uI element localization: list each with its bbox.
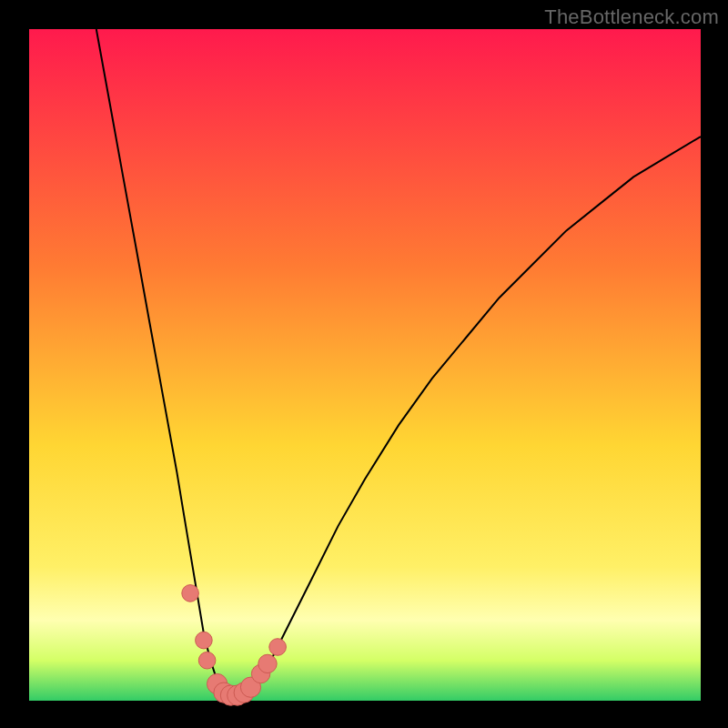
chart-container: TheBottleneck.com [0, 0, 728, 728]
curve-marker [269, 639, 287, 656]
curve-marker [198, 652, 216, 669]
watermark-text: TheBottleneck.com [544, 5, 719, 29]
plot-area [29, 29, 701, 701]
curve-marker [182, 585, 199, 602]
curve-marker [258, 654, 277, 672]
curve-marker [196, 632, 213, 649]
bottleneck-chart [0, 0, 728, 728]
